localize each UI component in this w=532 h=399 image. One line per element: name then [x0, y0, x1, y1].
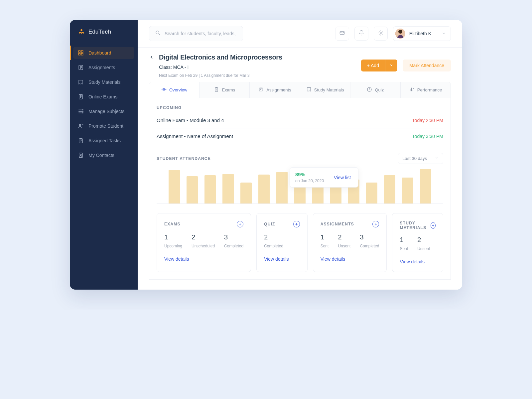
header: Elizibeth K	[138, 20, 462, 48]
tab-icon	[306, 87, 312, 93]
stat-number: 3	[224, 233, 243, 241]
add-icon[interactable]: +	[293, 221, 300, 227]
stat: 3Completed	[224, 233, 243, 248]
overview-panel: UPCOMING Online Exam - Module 3 and 4Tod…	[149, 98, 451, 280]
nav-icon	[78, 123, 84, 129]
stat-number: 2	[338, 233, 350, 241]
sidebar: EduTech DashboardAssignmentsStudy Materi…	[70, 20, 138, 290]
svg-rect-2	[81, 51, 83, 52]
svg-rect-4	[81, 54, 83, 55]
upcoming-row[interactable]: Online Exam - Module 3 and 4Today 2:30 P…	[157, 115, 443, 128]
sidebar-item-study-materials[interactable]: Study Materials	[70, 75, 138, 89]
attendance-bar[interactable]	[384, 175, 395, 203]
mail-button[interactable]	[335, 27, 349, 41]
attendance-bar[interactable]	[169, 170, 180, 203]
logo: EduTech	[70, 28, 138, 46]
nav-icon	[78, 138, 84, 144]
sidebar-item-online-exams[interactable]: Online Exams	[70, 89, 138, 104]
attendance-bar[interactable]	[240, 183, 252, 203]
nav-label: Promote Student	[88, 123, 123, 129]
view-details-link[interactable]: View details	[321, 256, 379, 262]
attendance-bar[interactable]	[402, 178, 413, 203]
tab-label: Quiz	[375, 87, 384, 92]
sidebar-item-assigned-tasks[interactable]: Assigned Tasks	[70, 133, 138, 148]
attendance-bar[interactable]	[204, 175, 216, 203]
settings-button[interactable]	[374, 27, 388, 41]
search-input[interactable]	[165, 31, 237, 36]
stat: 1Sent	[400, 236, 408, 251]
add-button-group: + Add	[361, 60, 397, 71]
nav-icon	[78, 94, 84, 100]
search-box[interactable]	[149, 26, 243, 41]
tab-quiz[interactable]: Quiz	[350, 82, 401, 98]
tab-assignments[interactable]: Assignments	[250, 82, 300, 98]
sidebar-item-manage-subjects[interactable]: Manage Subjects	[70, 104, 138, 119]
chevron-down-icon	[442, 31, 446, 37]
attendance-range-select[interactable]: Last 30 days	[398, 153, 443, 164]
gear-icon	[378, 30, 384, 37]
stat-number: 2	[264, 233, 283, 241]
sidebar-item-dashboard[interactable]: Dashboard	[70, 46, 138, 60]
card-title: QUIZ	[264, 222, 275, 226]
attendance-bar[interactable]	[276, 172, 288, 203]
tab-label: Exams	[222, 87, 235, 92]
svg-point-17	[156, 31, 159, 34]
tab-label: Overview	[169, 87, 187, 92]
stat-number: 2	[417, 236, 430, 244]
upcoming-row[interactable]: Assignment - Name of AssignmentToday 3:3…	[157, 128, 443, 144]
attendance-bar[interactable]	[366, 183, 377, 203]
card-title: STUDY MATERIALS	[400, 221, 431, 230]
tab-study-materials[interactable]: Study Materials	[300, 82, 350, 98]
notifications-button[interactable]	[354, 27, 368, 41]
back-button[interactable]	[149, 55, 154, 61]
attendance-bar[interactable]	[222, 174, 234, 203]
stat-number: 1	[321, 233, 329, 241]
tab-exams[interactable]: Exams	[200, 82, 250, 98]
tabs: OverviewExamsAssignmentsStudy MaterialsQ…	[149, 82, 451, 98]
tab-label: Performance	[417, 87, 442, 92]
stat-label: Upcoming	[164, 244, 182, 248]
avatar	[395, 29, 405, 39]
view-details-link[interactable]: View details	[164, 256, 243, 262]
tab-overview[interactable]: Overview	[149, 82, 200, 98]
view-details-link[interactable]: View details	[264, 256, 300, 262]
nav-label: Assigned Tasks	[88, 138, 121, 143]
sidebar-item-assignments[interactable]: Assignments	[70, 60, 138, 75]
upcoming-title: Assignment - Name of Assignment	[157, 133, 233, 139]
nav-icon	[78, 50, 84, 56]
nav-label: Assignments	[88, 65, 115, 70]
svg-point-16	[80, 154, 81, 156]
card-title: EXAMS	[164, 222, 181, 226]
svg-rect-3	[78, 54, 80, 55]
sidebar-item-promote-student[interactable]: Promote Student	[70, 119, 138, 133]
tooltip-view-list-link[interactable]: View list	[334, 175, 351, 180]
stat-number: 1	[400, 236, 408, 244]
add-icon[interactable]: +	[431, 222, 436, 229]
summary-card-assignments: ASSIGNMENTS+1Sent2Unsent3CompletedView d…	[313, 213, 387, 272]
attendance-bar[interactable]	[258, 175, 270, 203]
main: Elizibeth K Digital Electronics and Micr…	[138, 20, 462, 290]
chart-tooltip: 89% on Jan 20, 2020 View list	[290, 167, 358, 188]
attendance-chart: 89% on Jan 20, 2020 View list	[157, 167, 443, 204]
svg-point-10	[82, 109, 83, 110]
nav-label: Dashboard	[88, 50, 111, 56]
tab-performance[interactable]: Performance	[401, 82, 451, 98]
add-dropdown-button[interactable]	[385, 60, 397, 71]
nav-icon	[78, 65, 84, 70]
add-icon[interactable]: +	[237, 221, 243, 227]
tooltip-percent: 89%	[295, 172, 324, 177]
attendance-bar[interactable]	[420, 169, 431, 203]
add-icon[interactable]: +	[372, 221, 379, 227]
upcoming-time: Today 2:30 PM	[412, 118, 443, 123]
nav-label: Online Exams	[88, 94, 117, 99]
view-details-link[interactable]: View details	[400, 259, 436, 264]
user-menu[interactable]: Elizibeth K	[393, 26, 451, 41]
mark-attendance-button[interactable]: Mark Attendance	[403, 60, 451, 71]
class-line: Class: MCA - I	[159, 65, 282, 70]
sidebar-item-my-contacts[interactable]: My Contacts	[70, 148, 138, 163]
add-button[interactable]: + Add	[361, 60, 385, 71]
attendance-bar[interactable]	[187, 176, 198, 203]
stat-label: Unsent	[417, 246, 430, 251]
user-name: Elizibeth K	[409, 31, 431, 36]
tab-icon	[367, 87, 372, 93]
